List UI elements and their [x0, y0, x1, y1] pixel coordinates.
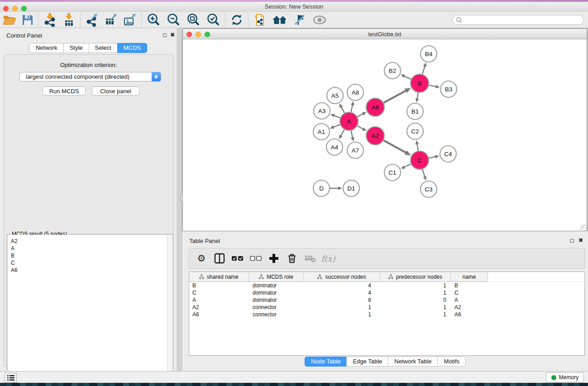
edge-A-A5[interactable] [339, 104, 344, 113]
open-file-icon[interactable] [0, 13, 19, 27]
tab-select[interactable]: Select [89, 43, 118, 53]
network-minimize-button[interactable] [196, 32, 201, 37]
result-item-b[interactable]: B [11, 252, 167, 259]
copy-network-icon[interactable] [250, 13, 269, 27]
table-row-c[interactable]: Cdominator41C [189, 289, 584, 296]
edge-D-D1[interactable] [330, 186, 342, 190]
node-C2[interactable]: C2 [407, 123, 423, 139]
edge-B-B1[interactable] [416, 93, 419, 103]
network-canvas[interactable]: B4B2BB3A5A8A6A3B1AA1C2A2A4A7C4CC1C3DD1 [183, 40, 587, 231]
network-close-button[interactable] [186, 32, 192, 37]
deselect-all-icon[interactable] [250, 256, 262, 261]
edge-C-C1[interactable] [401, 164, 411, 169]
save-session-icon[interactable] [19, 13, 36, 27]
table-row-a[interactable]: Adominator80A [189, 296, 584, 304]
toggle-labels-icon[interactable] [290, 13, 309, 27]
export-network-icon[interactable] [82, 13, 101, 27]
window-resize-grip[interactable] [580, 224, 587, 231]
tab-mcds[interactable]: MCDS [117, 43, 147, 53]
home-icon[interactable] [269, 13, 290, 27]
column-header-shared-name[interactable]: shared name [189, 272, 249, 282]
edge-A-A2[interactable] [357, 126, 366, 131]
column-header-successor-nodes[interactable]: successor nodes [304, 272, 380, 282]
close-window-button[interactable] [3, 6, 9, 11]
float-panel-icon[interactable]: ◻ [163, 32, 167, 38]
edge-A-A7[interactable] [351, 131, 354, 142]
settings-gear-icon[interactable]: ⚙ [196, 253, 207, 263]
edge-C-C2[interactable] [416, 140, 419, 151]
tab-network-table[interactable]: Network Table [388, 357, 438, 367]
node-A8[interactable]: A8 [347, 84, 363, 100]
tab-network[interactable]: Network [29, 43, 64, 53]
memory-button[interactable]: Memory [546, 372, 584, 382]
maximize-window-button[interactable] [21, 6, 27, 11]
node-B2[interactable]: B2 [384, 62, 401, 79]
node-A7[interactable]: A7 [347, 142, 363, 158]
node-D[interactable]: D [313, 180, 330, 196]
result-item-a2[interactable]: A2 [11, 238, 167, 245]
import-table-icon[interactable] [59, 13, 78, 27]
tab-motifs[interactable]: Motifs [437, 357, 466, 367]
eye-icon[interactable] [309, 13, 330, 27]
node-A2[interactable]: A2 [366, 127, 384, 145]
tab-style[interactable]: Style [63, 43, 89, 53]
node-A5[interactable]: A5 [327, 87, 343, 104]
table-row-a6[interactable]: A6connector11A6 [189, 311, 584, 318]
edge-A-A8[interactable] [351, 101, 354, 112]
node-A[interactable]: A [340, 112, 358, 130]
tab-node-table[interactable]: Node Table [305, 357, 347, 367]
node-A4[interactable]: A4 [326, 139, 343, 155]
task-history-button[interactable] [5, 373, 17, 383]
node-C4[interactable]: C4 [440, 146, 456, 162]
node-B1[interactable]: B1 [407, 103, 423, 119]
zoom-selected-icon[interactable] [203, 13, 223, 27]
result-item-c[interactable]: C [11, 259, 167, 267]
network-window-titlebar[interactable]: testGlobe.txt [183, 29, 587, 39]
result-item-a[interactable]: A [11, 245, 167, 252]
zoom-fit-icon[interactable] [183, 13, 203, 27]
node-C3[interactable]: C3 [421, 181, 437, 197]
result-list-scrollbar[interactable] [167, 235, 172, 386]
export-table-icon[interactable] [101, 13, 120, 27]
edge-A-A6[interactable] [358, 112, 367, 117]
tab-edge-table[interactable]: Edge Table [346, 357, 388, 367]
show-columns-icon[interactable] [214, 253, 225, 264]
search-field[interactable] [452, 15, 584, 25]
run-mcds-button[interactable]: Run MCDS [43, 86, 86, 95]
search-input[interactable] [462, 17, 583, 23]
column-header-name[interactable]: name [451, 272, 488, 282]
close-panel-button[interactable]: Close panel [92, 86, 139, 95]
close-table-panel-icon[interactable]: ✖ [578, 237, 583, 243]
float-table-panel-icon[interactable]: ◻ [570, 237, 574, 243]
import-network-icon[interactable] [40, 13, 59, 27]
node-D1[interactable]: D1 [343, 180, 359, 196]
edge-B-B3[interactable] [429, 85, 440, 88]
network-maximize-button[interactable] [205, 32, 210, 37]
table-row-b[interactable]: Bdominator41B [189, 282, 584, 289]
node-B4[interactable]: B4 [421, 46, 437, 62]
minimize-window-button[interactable] [12, 6, 18, 11]
node-B[interactable]: B [411, 74, 429, 92]
edge-A2-C[interactable] [383, 140, 411, 155]
column-header-mcds-role[interactable]: MCDS role [249, 272, 304, 282]
add-column-icon[interactable] [268, 253, 280, 263]
node-A3[interactable]: A3 [314, 103, 330, 119]
export-image-icon[interactable] [120, 13, 139, 27]
edge-A-A4[interactable] [339, 129, 344, 139]
node-C1[interactable]: C1 [384, 164, 401, 181]
edge-A-A1[interactable] [330, 124, 340, 129]
edge-B-B4[interactable] [422, 62, 426, 74]
table-row-a2[interactable]: A2connector11A2 [189, 304, 584, 311]
zoom-in-icon[interactable] [143, 13, 163, 27]
pane-divider-grip[interactable] [180, 195, 183, 201]
node-B3[interactable]: B3 [440, 81, 457, 97]
edge-B-B2[interactable] [401, 74, 411, 79]
edge-A-A3[interactable] [330, 114, 340, 118]
node-A6[interactable]: A6 [366, 98, 384, 116]
refresh-view-icon[interactable] [227, 13, 246, 27]
node-C[interactable]: C [411, 151, 429, 169]
result-item-a6[interactable]: A6 [11, 267, 167, 274]
criterion-dropdown[interactable]: largest connected component (directed) [19, 72, 161, 81]
edge-C-C3[interactable] [422, 169, 426, 181]
select-all-icon[interactable] [232, 256, 244, 261]
